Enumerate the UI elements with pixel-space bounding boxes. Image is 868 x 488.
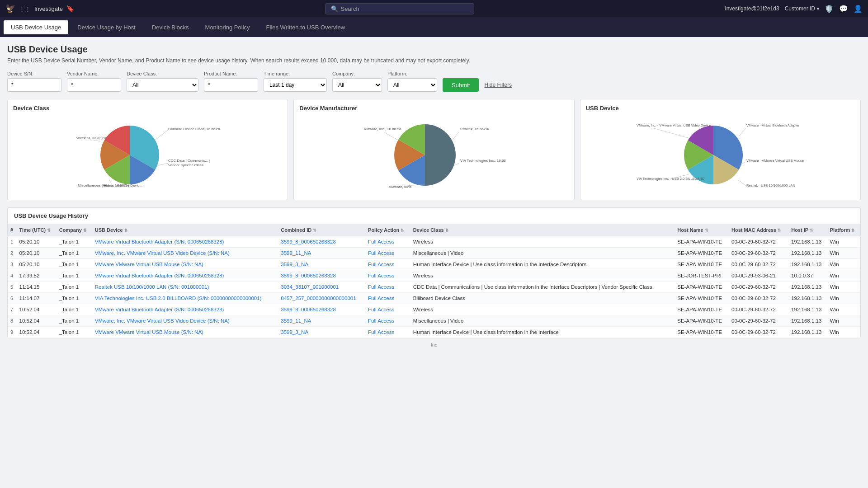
col-platform[interactable]: Platform ⇅ [827,224,860,236]
submit-button[interactable]: Submit [443,78,479,92]
col-combined-id[interactable]: Combined ID ⇅ [278,224,365,236]
device-class-chart: Device Class [7,99,288,200]
filter-device-sn-input[interactable] [7,78,61,92]
cell-combined-id[interactable]: 3599_8_000650268328 [278,270,365,282]
col-host-ip[interactable]: Host IP ⇅ [788,224,827,236]
cell-usb-device[interactable]: VMware Virtual Bluetooth Adapter (S/N: 0… [92,304,278,315]
page-description: Enter the USB Device Serial Number, Vend… [7,57,861,64]
tab-usb-device-usage[interactable]: USB Device Usage [4,20,68,34]
shield-icon[interactable]: 🛡️ [825,5,834,13]
col-policy-action[interactable]: Policy Action ⇅ [365,224,410,236]
cell-combined-id[interactable]: 8457_257_00000000000000001 [278,293,365,304]
cell-usb-device[interactable]: VMware Virtual Bluetooth Adapter (S/N: 0… [92,270,278,282]
app-name[interactable]: Investigate [34,5,63,12]
svg-text:VMware - Virtual Bluetooth Ada: VMware - Virtual Bluetooth Adapter [746,123,800,127]
table-row: 4 17:39.52 _Talon 1 VMware Virtual Bluet… [8,270,860,282]
cell-usb-device[interactable]: VMware VMware Virtual USB Mouse (S/N: NA… [92,259,278,270]
cell-num: 6 [8,293,17,304]
filter-time-range-select[interactable]: Last 1 day Last 7 days Last 30 days Cust… [264,78,327,92]
nav-left: 🦅 ⋮⋮ Investigate 🔖 [5,4,74,14]
cell-host-name: SE-APA-WIN10-TE [675,293,729,304]
charts-row: Device Class [7,99,861,200]
cell-usb-device[interactable]: Realtek USB 10/100/1000 LAN (S/N: 001000… [92,282,278,293]
cell-combined-id[interactable]: 3599_11_NA [278,315,365,327]
cell-policy-action[interactable]: Full Access [365,304,410,315]
customer-id-dropdown[interactable]: Customer ID ▾ [785,5,819,12]
tab-navigation: USB Device Usage Device Usage by Host De… [0,17,868,37]
tab-files-written-to-usb[interactable]: Files Written to USB Overview [259,20,353,34]
table-row: 5 11:14.15 _Talon 1 Realtek USB 10/100/1… [8,282,860,293]
col-host-mac[interactable]: Host MAC Address ⇅ [729,224,788,236]
filter-company-select[interactable]: All _Talon 1 [332,78,382,92]
usb-device-usage-table: USB Device Usage History # Time (UTC) ⇅ … [7,207,861,338]
table-row: 1 05:20.10 _Talon 1 VMware Virtual Bluet… [8,236,860,248]
svg-text:VMware, Inc. - VMware Virtual : VMware, Inc. - VMware Virtual USB Video … [637,123,711,127]
tab-device-usage-by-host[interactable]: Device Usage by Host [70,20,143,34]
cell-num: 8 [8,315,17,327]
chevron-down-icon: ▾ [817,6,819,11]
cell-combined-id[interactable]: 3599_3_NA [278,327,365,338]
cell-platform: Win [827,327,860,338]
cell-combined-id[interactable]: 3599_8_000650268328 [278,236,365,248]
cell-num: 9 [8,327,17,338]
app-logo: 🦅 [5,4,15,14]
cell-policy-action[interactable]: Full Access [365,315,410,327]
cell-combined-id[interactable]: 3599_8_000650268328 [278,304,365,315]
svg-line-27 [738,180,746,186]
col-company[interactable]: Company ⇅ [57,224,92,236]
cell-policy-action[interactable]: Full Access [365,259,410,270]
cell-combined-id[interactable]: 3599_11_NA [278,248,365,259]
svg-text:VMware - VMware Virtual USB Mo: VMware - VMware Virtual USB Mouse [746,159,804,163]
filter-vendor-name-input[interactable] [67,78,121,92]
cell-policy-action[interactable]: Full Access [365,270,410,282]
cell-device-class: Human Interface Device | Use class infor… [410,259,675,270]
customer-id-label: Customer ID [785,5,815,12]
cell-host-name: SE-APA-WIN10-TE [675,236,729,248]
table-body: 1 05:20.10 _Talon 1 VMware Virtual Bluet… [8,236,860,338]
cell-combined-id[interactable]: 3034_33107_001000001 [278,282,365,293]
cell-policy-action[interactable]: Full Access [365,248,410,259]
filter-vendor-name: Vendor Name: [67,71,121,92]
cell-device-class: Billboard Device Class [410,293,675,304]
tab-device-blocks[interactable]: Device Blocks [145,20,196,34]
filter-vendor-name-label: Vendor Name: [67,71,121,76]
cell-policy-action[interactable]: Full Access [365,327,410,338]
cell-policy-action[interactable]: Full Access [365,282,410,293]
cell-usb-device[interactable]: VMware, Inc. VMware Virtual USB Video De… [92,248,278,259]
cell-host-ip: 192.168.1.13 [788,293,827,304]
filter-device-sn: Device S/N: [7,71,61,92]
bookmark-icon[interactable]: 🔖 [66,5,74,12]
table-row: 7 10:52.04 _Talon 1 VMware Virtual Bluet… [8,304,860,315]
svg-line-9 [94,140,100,141]
search-placeholder: Search [341,5,359,12]
hide-filters-button[interactable]: Hide Filters [484,78,512,92]
cell-policy-action[interactable]: Full Access [365,236,410,248]
app-menu-icon[interactable]: ⋮⋮ [19,5,31,12]
cell-host-name: SE-APA-WIN10-TE [675,248,729,259]
filter-product-name-input[interactable] [204,78,258,92]
cell-combined-id[interactable]: 3599_3_NA [278,259,365,270]
chat-icon[interactable]: 💬 [839,5,848,13]
cell-policy-action[interactable]: Full Access [365,293,410,304]
data-table: # Time (UTC) ⇅ Company ⇅ USB Device ⇅ Co… [8,224,860,338]
filter-platform-select[interactable]: All Win Mac Linux [387,78,437,92]
col-time[interactable]: Time (UTC) ⇅ [17,224,57,236]
cell-host-ip: 192.168.1.13 [788,236,827,248]
filter-device-class-select[interactable]: All Wireless CDC Data Billboard Device C… [127,78,198,92]
tab-monitoring-policy[interactable]: Monitoring Policy [198,20,257,34]
cell-usb-device[interactable]: VMware VMware Virtual USB Mouse (S/N: NA… [92,327,278,338]
table-row: 2 05:20.10 _Talon 1 VMware, Inc. VMware … [8,248,860,259]
cell-usb-device[interactable]: VMware, Inc. VMware Virtual USB Video De… [92,315,278,327]
cell-device-class: Miscellaneous | Video [410,248,675,259]
col-host-name[interactable]: Host Name ⇅ [675,224,729,236]
col-usb-device[interactable]: USB Device ⇅ [92,224,278,236]
col-device-class[interactable]: Device Class ⇅ [410,224,675,236]
cell-usb-device[interactable]: VMware Virtual Bluetooth Adapter (S/N: 0… [92,236,278,248]
cell-host-name: SE-APA-WIN10-TE [675,282,729,293]
usb-device-chart: USB Device VMware, Inc. - VMware Virtual… [580,99,861,200]
user-icon[interactable]: 👤 [854,5,863,13]
svg-text:VMware, Inc., 16.667%: VMware, Inc., 16.667% [364,127,401,131]
search-box[interactable]: 🔍 Search [325,3,474,14]
cell-platform: Win [827,236,860,248]
cell-usb-device[interactable]: VIA Technologies Inc. USB 2.0 BILLBOARD … [92,293,278,304]
